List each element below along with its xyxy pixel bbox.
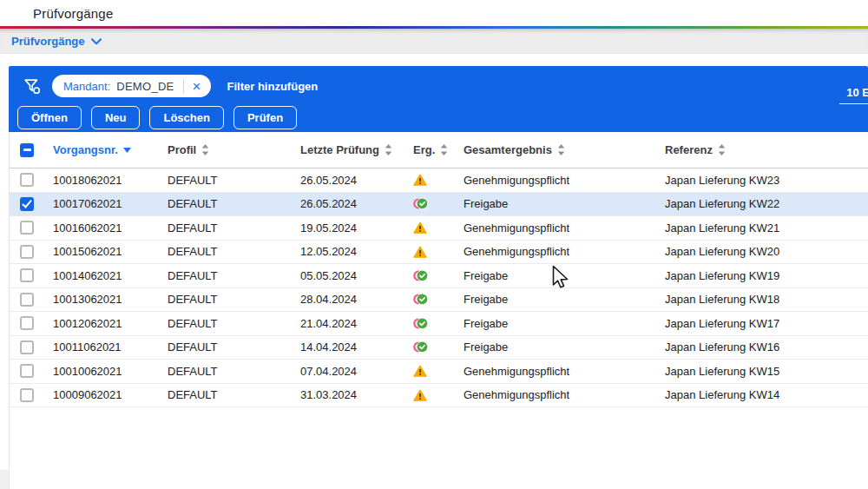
cell-profil: DEFAULT [159,293,292,306]
add-filter-button[interactable]: Filter hinzufügen [227,80,319,93]
row-checkbox[interactable] [20,388,34,402]
page-title: Prüfvorgänge [0,0,868,26]
row-checkbox[interactable] [20,197,34,211]
column-header-vorgangsnr[interactable]: Vorgangsnr. [44,143,159,156]
cell-referenz: Japan Lieferung KW19 [656,269,868,282]
success-check-icon [413,340,429,354]
loeschen-button[interactable]: Löschen [149,106,223,129]
cell-letzte-pruefung: 21.04.2024 [292,317,404,330]
filter-funnel-icon[interactable] [23,76,42,96]
cell-letzte-pruefung: 28.04.2024 [292,293,404,306]
table-row[interactable]: 10014062021 DEFAULT 05.05.2024 Freigabe … [10,264,868,288]
process-table: Vorgangsnr. Profil Letzte Prüfung Erg. G… [9,132,868,489]
result-icon-slot [404,246,455,258]
cell-vorgangsnr: 10012062021 [44,317,159,330]
entries-count-link[interactable]: 10 E [839,86,868,104]
table-row[interactable]: 10018062021 DEFAULT 26.05.2024 Genehmigu… [10,169,868,193]
cell-profil: DEFAULT [159,365,292,378]
result-icon-slot [404,221,455,234]
sort-arrows-icon [385,144,392,155]
pruefen-button[interactable]: Prüfen [233,106,297,129]
cell-referenz: Japan Lieferung KW21 [656,221,868,235]
cell-gesamtergebnis: Genehmigungspflicht [455,245,656,258]
cell-letzte-pruefung: 14.04.2024 [292,340,404,354]
row-checkbox[interactable] [20,364,34,378]
warning-triangle-icon [413,221,427,234]
cell-vorgangsnr: 10014062021 [44,269,159,282]
arrow-down-icon [123,148,131,153]
cell-referenz: Japan Lieferung KW23 [656,174,868,187]
row-checkbox[interactable] [20,245,34,259]
result-icon-slot [404,174,455,186]
sort-arrows-icon [718,144,726,155]
cell-profil: DEFAULT [159,221,292,235]
row-checkbox[interactable] [20,268,34,282]
neu-button[interactable]: Neu [91,106,141,129]
row-checkbox[interactable] [20,221,34,235]
cell-vorgangsnr: 10017062021 [44,197,159,210]
cell-gesamtergebnis: Genehmigungspflicht [455,174,656,187]
cell-gesamtergebnis: Freigabe [455,293,656,306]
cell-letzte-pruefung: 12.05.2024 [292,245,404,258]
cell-profil: DEFAULT [159,197,292,210]
cell-gesamtergebnis: Genehmigungspflicht [455,388,656,401]
cell-referenz: Japan Lieferung KW15 [656,365,868,378]
column-label: Letzte Prüfung [300,143,379,156]
window-corner [0,470,9,489]
column-header-erg[interactable]: Erg. [404,143,455,156]
column-header-gesamtergebnis[interactable]: Gesamtergebnis [455,143,656,156]
cell-profil: DEFAULT [159,317,292,330]
column-label: Gesamtergebnis [464,143,552,156]
table-row[interactable]: 10013062021 DEFAULT 28.04.2024 Freigabe … [10,288,868,313]
mandant-filter-chip[interactable]: Mandant: DEMO_DE × [52,75,211,97]
table-header-row: Vorgangsnr. Profil Letzte Prüfung Erg. G… [10,132,868,169]
table-row[interactable]: 10010062021 DEFAULT 07.04.2024 Genehmigu… [10,360,868,384]
cell-vorgangsnr: 10018062021 [44,174,159,187]
breadcrumb-item-pruefvorgaenge[interactable]: Prüfvorgänge [11,35,102,48]
cell-gesamtergebnis: Freigabe [455,269,656,282]
row-checkbox[interactable] [20,340,34,354]
select-all-checkbox[interactable] [20,143,34,157]
column-label: Referenz [665,143,713,156]
cell-vorgangsnr: 10009062021 [44,388,159,401]
table-row[interactable]: 10015062021 DEFAULT 12.05.2024 Genehmigu… [10,241,868,265]
column-header-profil[interactable]: Profil [159,143,292,156]
cell-vorgangsnr: 10010062021 [44,365,159,378]
cell-gesamtergebnis: Freigabe [455,317,656,330]
cell-letzte-pruefung: 19.05.2024 [292,221,404,235]
cell-letzte-pruefung: 26.05.2024 [292,174,404,187]
cell-gesamtergebnis: Genehmigungspflicht [455,221,656,235]
cell-letzte-pruefung: 26.05.2024 [292,197,404,210]
table-row[interactable]: 10016062021 DEFAULT 19.05.2024 Genehmigu… [10,216,868,241]
cell-gesamtergebnis: Genehmigungspflicht [455,365,656,378]
success-check-icon [413,197,429,210]
row-checkbox[interactable] [20,316,34,330]
oeffnen-button[interactable]: Öffnen [17,106,82,129]
column-label: Erg. [413,143,435,156]
result-icon-slot [404,365,455,377]
column-header-referenz[interactable]: Referenz [656,143,868,156]
close-icon[interactable]: × [190,79,204,94]
table-row[interactable]: 10011062021 DEFAULT 14.04.2024 Freigabe … [10,336,868,360]
table-row[interactable]: 10009062021 DEFAULT 31.03.2024 Genehmigu… [10,384,868,408]
cell-referenz: Japan Lieferung KW20 [656,245,868,258]
result-icon-slot [404,340,455,354]
filter-toolbar: Mandant: DEMO_DE × Filter hinzufügen 10 … [9,66,868,132]
column-header-letzte-pruefung[interactable]: Letzte Prüfung [292,143,404,156]
row-checkbox[interactable] [20,173,34,187]
cell-referenz: Japan Lieferung KW22 [656,197,868,210]
sort-arrows-icon [557,144,565,155]
cell-profil: DEFAULT [159,388,292,401]
table-row[interactable]: 10012062021 DEFAULT 21.04.2024 Freigabe … [10,312,868,336]
cell-gesamtergebnis: Freigabe [455,197,656,210]
sort-arrows-icon [440,144,448,155]
row-checkbox[interactable] [20,293,34,307]
table-row[interactable]: 10017062021 DEFAULT 26.05.2024 Freigabe … [10,193,868,217]
chip-label: Mandant: [63,80,110,93]
chip-value: DEMO_DE [116,80,174,93]
result-icon-slot [404,317,455,330]
cell-vorgangsnr: 10016062021 [44,221,159,235]
cell-profil: DEFAULT [159,174,292,187]
cell-vorgangsnr: 10011062021 [44,340,159,354]
cell-vorgangsnr: 10013062021 [44,293,159,306]
